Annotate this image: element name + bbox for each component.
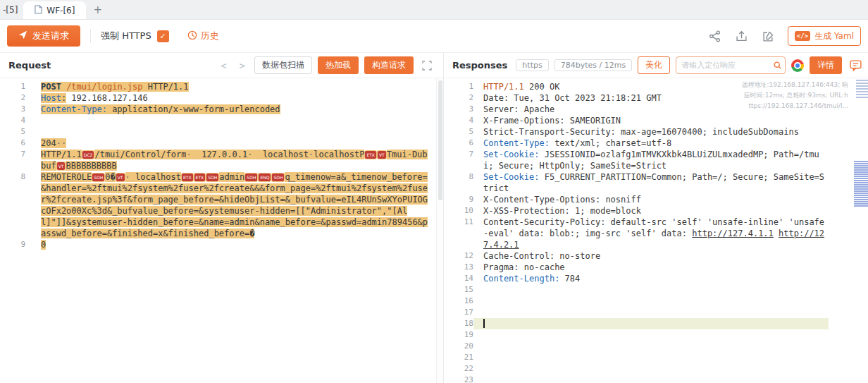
- code-line[interactable]: 22: [444, 363, 868, 375]
- control-char-block: ETX: [182, 174, 193, 181]
- line-content: Content-Length: 784: [473, 273, 829, 284]
- code-line[interactable]: 8Set-Cookie: F5_CURRENT_PARTITION=Common…: [444, 171, 868, 194]
- code-line[interactable]: 4: [0, 115, 443, 126]
- code-token: 0�: [105, 172, 115, 182]
- code-line[interactable]: 90: [0, 239, 443, 250]
- minimap-block-middle[interactable]: [854, 161, 868, 207]
- code-line[interactable]: 5Strict-Transport-Security: max-age=1607…: [444, 126, 868, 138]
- code-token: localhostP: [314, 150, 364, 159]
- code-line[interactable]: 21: [444, 352, 868, 363]
- code-line[interactable]: 20: [444, 341, 868, 352]
- code-line[interactable]: 2Host: 192.168.127.146: [0, 92, 443, 104]
- request-scrollbar[interactable]: [436, 78, 443, 383]
- line-content: 0: [25, 239, 443, 250]
- code-line[interactable]: 23: [444, 375, 868, 383]
- code-line[interactable]: 12Cache-Control: no-store: [444, 250, 868, 262]
- packet-scan-button[interactable]: 数据包扫描: [254, 56, 312, 74]
- response-header-actions: 美化 详情: [638, 56, 863, 74]
- details-button[interactable]: 详情: [810, 56, 842, 74]
- code-line[interactable]: 15: [444, 284, 868, 296]
- force-https-label: 强制 HTTPS: [101, 30, 151, 42]
- response-pane: Responses https 784bytes / 12ms 美化 详情 远程…: [444, 53, 868, 383]
- protocol-badge: https: [516, 59, 548, 71]
- code-line[interactable]: 7HTTP/1.1DC2/tmui/Control/form· 127.0.0.…: [0, 149, 443, 171]
- line-number: 13: [444, 262, 473, 273]
- line-number: 7: [444, 149, 473, 171]
- code-line[interactable]: 6Content-Type: text/xml; charset=utf-8: [444, 138, 868, 149]
- tab-active[interactable]: WF-[6]: [23, 1, 86, 19]
- line-content: POST /tmui/login.jsp HTTP/1.1: [25, 81, 443, 92]
- control-char-block: ENQ: [259, 174, 271, 181]
- force-https-checkbox[interactable]: ✓: [157, 30, 169, 42]
- next-request-arrow[interactable]: >: [236, 60, 249, 71]
- line-number: 22: [444, 363, 473, 375]
- line-number: 18: [444, 318, 473, 329]
- meta-line: 远程地址:192.168.127.146:443; 响: [742, 80, 848, 90]
- share-icon[interactable]: [707, 28, 723, 44]
- code-token: Strict-Transport-Security: max-age=16070…: [483, 127, 799, 137]
- code-line[interactable]: 3Content-Type: application/x-www-form-ur…: [0, 104, 443, 115]
- tab-background[interactable]: -[5]: [1, 5, 23, 19]
- size-time-badge: 784bytes / 12ms: [554, 59, 632, 71]
- code-line[interactable]: 17: [444, 307, 868, 318]
- code-line[interactable]: 18: [444, 318, 868, 329]
- code-token: Content-Length:: [483, 274, 559, 284]
- code-line[interactable]: 10X-XSS-Protection: 1; mode=block: [444, 205, 868, 217]
- code-line[interactable]: 13Pragma: no-cache: [444, 262, 868, 273]
- code-line[interactable]: 11Content-Security-Policy: default-src '…: [444, 217, 868, 250]
- line-content: [473, 318, 829, 329]
- line-number: 3: [444, 104, 473, 115]
- line-content: [473, 296, 829, 307]
- toolbar-right-group: </> 生成 Yaml: [707, 26, 861, 46]
- response-meta-info: 远程地址:192.168.127.146:443; 响 应时间:12ms; 总耗…: [742, 80, 848, 111]
- construct-request-button[interactable]: 构造请求: [364, 56, 414, 74]
- line-content: Pragma: no-cache: [473, 262, 829, 273]
- feedback-chat-icon[interactable]: [848, 58, 863, 73]
- code-line[interactable]: 16: [444, 296, 868, 307]
- new-tab-button[interactable]: +: [86, 4, 109, 19]
- request-scrollbar-thumb[interactable]: [438, 80, 442, 200]
- response-search-input[interactable]: [676, 61, 769, 70]
- minimap-block-top[interactable]: [856, 80, 868, 99]
- code-line[interactable]: 4X-Frame-Options: SAMEORIGIN: [444, 115, 868, 126]
- line-number: 6: [444, 138, 473, 149]
- line-number: 1: [444, 81, 473, 92]
- code-token: Host: [41, 93, 61, 103]
- control-char-block: VT: [57, 162, 66, 170]
- open-in-browser-icon[interactable]: [791, 59, 804, 72]
- code-line[interactable]: 9X-Content-Type-Options: nosniff: [444, 194, 868, 205]
- prev-request-arrow[interactable]: <: [217, 60, 230, 71]
- search-icon[interactable]: [769, 57, 785, 73]
- line-content: X-XSS-Protection: 1; mode=block: [473, 205, 829, 217]
- generate-yaml-button[interactable]: </> 生成 Yaml: [788, 26, 861, 46]
- meta-line: ttps://192.168.127.146/tmui/l...: [742, 101, 848, 111]
- fullscreen-icon[interactable]: [419, 58, 435, 73]
- history-button[interactable]: 历史: [187, 30, 219, 42]
- line-number: 1: [0, 81, 25, 92]
- line-content: [473, 341, 829, 352]
- code-line[interactable]: 1POST /tmui/login.jsp HTTP/1.1: [0, 81, 443, 92]
- code-line[interactable]: 7Set-Cookie: JSESSIONID=ozlafg1mTMVKXkbk…: [444, 149, 868, 171]
- code-token: Set-Cookie:: [483, 172, 539, 182]
- request-editor[interactable]: 1POST /tmui/login.jsp HTTP/1.12Host: 192…: [0, 78, 443, 383]
- export-icon[interactable]: [734, 28, 750, 44]
- code-token: HTTP/1.1: [143, 82, 189, 92]
- code-line[interactable]: 8REMOTEROLESOH0�VT· localhostETXETXSOHad…: [0, 171, 443, 239]
- beautify-button[interactable]: 美化: [638, 56, 670, 74]
- code-line[interactable]: 5: [0, 126, 443, 138]
- code-line[interactable]: 19: [444, 329, 868, 341]
- send-plane-icon: [18, 30, 27, 42]
- code-token: http://127.4.1.1: [692, 229, 774, 238]
- code-token: 204: [41, 138, 56, 148]
- tab-label: WF-[6]: [46, 6, 75, 16]
- code-token: application/x-www-form-urlencoded: [107, 104, 280, 114]
- send-request-button[interactable]: 发送请求: [7, 25, 80, 47]
- edit-icon[interactable]: [761, 28, 776, 44]
- response-editor[interactable]: 远程地址:192.168.127.146:443; 响 应时间:12ms; 总耗…: [444, 78, 868, 383]
- code-line[interactable]: 14Content-Length: 784: [444, 273, 868, 284]
- code-token: 127.0.0.1: [192, 150, 247, 159]
- force-https-group: 强制 HTTPS ✓: [101, 30, 169, 42]
- hot-reload-button[interactable]: 热加载: [318, 56, 359, 74]
- code-token: 192.168.127.146: [66, 93, 148, 103]
- code-line[interactable]: 6204··: [0, 138, 443, 149]
